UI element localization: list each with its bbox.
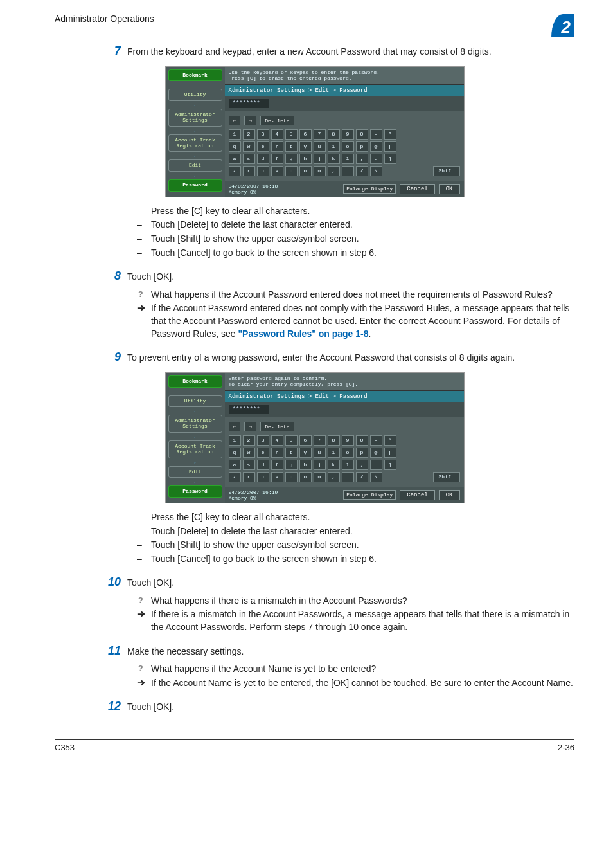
keyboard-key[interactable]: . — [342, 166, 354, 176]
keyboard-key[interactable]: 3 — [257, 435, 269, 446]
keyboard-key[interactable]: h — [299, 154, 312, 164]
keyboard-key[interactable]: b — [285, 472, 298, 482]
keyboard-key[interactable]: b — [285, 166, 298, 176]
keyboard-key[interactable]: 6 — [299, 435, 312, 446]
keyboard-key[interactable]: s — [243, 460, 255, 470]
keyboard-key[interactable]: : — [370, 460, 382, 470]
keyboard-key[interactable]: d — [257, 154, 269, 164]
keyboard-key[interactable]: l — [342, 460, 354, 470]
keyboard-key[interactable]: m — [314, 472, 326, 482]
tab-password[interactable]: Password — [168, 179, 222, 192]
keyboard-key[interactable]: 6 — [299, 129, 312, 140]
keyboard-key[interactable]: / — [356, 166, 368, 176]
keyboard-key[interactable]: c — [257, 166, 269, 176]
keyboard-key[interactable]: x — [243, 166, 255, 176]
keyboard-key[interactable]: : — [370, 154, 382, 164]
keyboard-key[interactable]: t — [285, 448, 298, 458]
keyboard-key[interactable]: o — [342, 141, 354, 152]
delete-button[interactable]: De- lete — [260, 116, 294, 125]
keyboard-key[interactable]: o — [342, 448, 354, 458]
keyboard-key[interactable]: g — [285, 460, 298, 470]
keyboard-key[interactable]: , — [328, 472, 340, 482]
tab-admin-settings[interactable]: Administrator Settings — [168, 415, 222, 433]
keyboard-key[interactable]: s — [243, 154, 255, 164]
keyboard-key[interactable]: v — [271, 166, 283, 176]
keyboard-key[interactable]: p — [356, 448, 368, 458]
cursor-left-button[interactable]: ← — [229, 116, 241, 125]
keyboard-key[interactable]: . — [342, 472, 354, 482]
keyboard-key[interactable]: x — [243, 472, 255, 482]
keyboard-key[interactable]: ^ — [384, 435, 396, 446]
keyboard-key[interactable]: q — [229, 448, 241, 458]
keyboard-key[interactable]: y — [299, 448, 312, 458]
tab-edit[interactable]: Edit — [168, 159, 222, 172]
ok-button[interactable]: OK — [439, 184, 460, 194]
keyboard-key[interactable]: h — [299, 460, 312, 470]
keyboard-key[interactable]: m — [314, 166, 326, 176]
keyboard-key[interactable]: - — [370, 435, 382, 446]
keyboard-key[interactable]: [ — [384, 141, 396, 152]
shift-key[interactable]: Shift — [433, 166, 460, 176]
keyboard-key[interactable]: i — [328, 141, 340, 152]
cursor-left-button[interactable]: ← — [229, 422, 241, 431]
keyboard-key[interactable]: j — [314, 154, 326, 164]
enlarge-button[interactable]: Enlarge Display — [343, 184, 396, 194]
keyboard-key[interactable]: f — [271, 154, 283, 164]
tab-utility[interactable]: Utility — [168, 395, 222, 408]
keyboard-key[interactable]: q — [229, 141, 241, 152]
keyboard-key[interactable]: 8 — [328, 129, 340, 140]
keyboard-key[interactable]: - — [370, 129, 382, 140]
keyboard-key[interactable]: ] — [384, 460, 396, 470]
keyboard-key[interactable]: 1 — [229, 435, 241, 446]
keyboard-key[interactable]: 4 — [271, 129, 283, 140]
password-field[interactable]: ******** — [229, 99, 269, 108]
keyboard-key[interactable]: r — [271, 448, 283, 458]
keyboard-key[interactable]: / — [356, 472, 368, 482]
keyboard-key[interactable]: l — [342, 154, 354, 164]
tab-bookmark[interactable]: Bookmark — [168, 69, 222, 82]
password-field[interactable]: ******** — [229, 405, 269, 414]
keyboard-key[interactable]: n — [299, 166, 312, 176]
keyboard-key[interactable]: 7 — [314, 435, 326, 446]
keyboard-key[interactable]: 0 — [356, 435, 368, 446]
tab-account-track[interactable]: Account Track Registration — [168, 134, 222, 152]
tab-utility[interactable]: Utility — [168, 89, 222, 101]
ok-button[interactable]: OK — [439, 490, 460, 500]
keyboard-key[interactable]: i — [328, 448, 340, 458]
tab-edit[interactable]: Edit — [168, 466, 222, 478]
tab-account-track[interactable]: Account Track Registration — [168, 440, 222, 458]
keyboard-key[interactable]: u — [314, 448, 326, 458]
keyboard-key[interactable]: t — [285, 141, 298, 152]
cancel-button[interactable]: Cancel — [400, 490, 434, 500]
keyboard-key[interactable]: k — [328, 154, 340, 164]
keyboard-key[interactable]: d — [257, 460, 269, 470]
keyboard-key[interactable]: 8 — [328, 435, 340, 446]
keyboard-key[interactable]: 0 — [356, 129, 368, 140]
keyboard-key[interactable]: \ — [370, 166, 382, 176]
delete-button[interactable]: De- lete — [260, 422, 294, 431]
keyboard-key[interactable]: e — [257, 448, 269, 458]
keyboard-key[interactable]: w — [243, 141, 255, 152]
cursor-right-button[interactable]: → — [244, 116, 256, 125]
keyboard-key[interactable]: e — [257, 141, 269, 152]
keyboard-key[interactable]: f — [271, 460, 283, 470]
keyboard-key[interactable]: ^ — [384, 129, 396, 140]
keyboard-key[interactable]: 2 — [243, 435, 255, 446]
keyboard-key[interactable]: y — [299, 141, 312, 152]
password-rules-link[interactable]: "Password Rules" on page 1-8 — [238, 329, 368, 339]
keyboard-key[interactable]: 9 — [342, 435, 354, 446]
keyboard-key[interactable]: 2 — [243, 129, 255, 140]
keyboard-key[interactable]: ] — [384, 154, 396, 164]
tab-admin-settings[interactable]: Administrator Settings — [168, 109, 222, 127]
keyboard-key[interactable]: 3 — [257, 129, 269, 140]
keyboard-key[interactable]: g — [285, 154, 298, 164]
keyboard-key[interactable]: a — [229, 154, 241, 164]
keyboard-key[interactable]: 9 — [342, 129, 354, 140]
keyboard-key[interactable]: 7 — [314, 129, 326, 140]
keyboard-key[interactable]: p — [356, 141, 368, 152]
keyboard-key[interactable]: a — [229, 460, 241, 470]
keyboard-key[interactable]: w — [243, 448, 255, 458]
keyboard-key[interactable]: @ — [370, 141, 382, 152]
keyboard-key[interactable]: z — [229, 166, 241, 176]
keyboard-key[interactable]: 1 — [229, 129, 241, 140]
